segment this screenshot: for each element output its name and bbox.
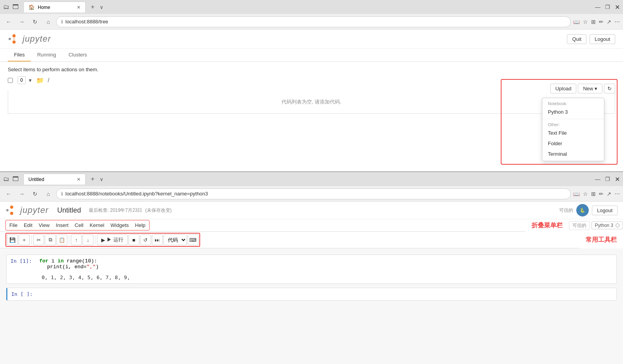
restart-btn[interactable]: ↺ — [140, 234, 151, 245]
jupyter-logo-text-2: jupyter — [20, 205, 49, 215]
refresh-button-2[interactable]: ↻ — [30, 188, 40, 199]
window-controls-1: — ❐ ✕ — [595, 4, 620, 11]
window-controls-2: — ❐ ✕ — [595, 176, 620, 183]
text-file-option[interactable]: Text File — [542, 128, 604, 138]
tab-untitled-close[interactable]: ✕ — [77, 177, 81, 182]
run-btn[interactable]: ▶ ▶ 运行 — [97, 234, 128, 245]
tab-clusters[interactable]: Clusters — [62, 49, 93, 62]
favorites-icon-2[interactable]: ☆ — [583, 191, 588, 197]
share-icon[interactable]: ↗ — [607, 19, 611, 25]
collection-icon-2[interactable]: ⊞ — [591, 191, 596, 197]
refresh-files-button[interactable]: ↻ — [604, 84, 615, 93]
tab-running[interactable]: Running — [31, 49, 62, 62]
cell-1-output: 0, 1, 2, 3, 4, 5, 6, 7, 8, 9, — [7, 273, 616, 283]
select-all-checkbox[interactable] — [8, 78, 13, 83]
new-button[interactable]: New ▾ — [578, 84, 602, 93]
toolbar-annotation: 常用工具栏 — [586, 236, 617, 244]
cell-1-inner: In [1]: for i in range(10): print(i, end… — [7, 255, 616, 273]
tab-dropdown-2[interactable]: ∨ — [100, 176, 104, 182]
cut-btn[interactable]: ✂ — [33, 234, 44, 245]
menu-kernel[interactable]: Kernel — [86, 221, 107, 230]
window-icon-new[interactable]: 🗖 — [12, 4, 19, 11]
logout-button-1[interactable]: Logout — [590, 34, 615, 44]
tab-files[interactable]: Files — [8, 49, 31, 62]
python3-option[interactable]: Python 3 — [542, 107, 604, 117]
jupyter-logo-2: jupyter — [5, 204, 49, 216]
notebook-title[interactable]: Untitled — [57, 206, 81, 215]
browser-window-1: 🗂 🗖 🏠 Home ✕ + ∨ — ❐ ✕ ← → ↻ ⌂ ℹ localho… — [0, 0, 623, 171]
keyboard-btn[interactable]: ⌨ — [188, 234, 199, 245]
menu-help[interactable]: Help — [132, 221, 149, 230]
cell-1-code[interactable]: for i in range(10): print(i, end=",") — [38, 255, 616, 273]
collection-icon[interactable]: ⊞ — [591, 19, 596, 25]
run-icon: ▶ — [101, 237, 105, 243]
cell-2-code[interactable] — [39, 288, 616, 300]
favorites-icon[interactable]: ☆ — [583, 19, 588, 25]
jupyter-logo-svg-2 — [5, 204, 18, 216]
forward-button-2[interactable]: → — [16, 188, 27, 199]
menu-cell[interactable]: Cell — [72, 221, 86, 230]
tab-dropdown-1[interactable]: ∨ — [100, 4, 104, 10]
browser-window-2: 🗂 🗖 Untitled ✕ + ∨ — ❐ ✕ ← → ↻ ⌂ ℹ local… — [0, 171, 623, 364]
cell-2-prompt: In [ ]: — [7, 288, 39, 300]
window-icon-files-2[interactable]: 🗂 — [3, 176, 9, 183]
sort-icon[interactable]: ▾ — [29, 77, 32, 83]
url-text-1: localhost:8888/tree — [65, 19, 108, 25]
notes-icon[interactable]: ✏ — [599, 19, 604, 25]
folder-icon[interactable]: 📁 — [36, 77, 44, 84]
home-button-1[interactable]: ⌂ — [43, 16, 54, 27]
back-button-2[interactable]: ← — [3, 188, 14, 199]
cell-1: In [1]: for i in range(10): print(i, end… — [6, 255, 617, 284]
quit-button-1[interactable]: Quit — [567, 34, 586, 44]
window-icon-files[interactable]: 🗂 — [3, 4, 9, 11]
upload-button[interactable]: Upload — [550, 84, 576, 93]
notebook-header: jupyter Untitled 最后检查: 2019年7月23日 (未保存改变… — [0, 202, 623, 219]
reader-icon[interactable]: 📖 — [573, 19, 580, 25]
folder-option[interactable]: Folder — [542, 138, 604, 149]
minimize-button-2[interactable]: — — [595, 176, 600, 182]
tab-home-close[interactable]: ✕ — [77, 5, 81, 10]
paste-btn[interactable]: 📋 — [56, 234, 67, 245]
address-bar-2[interactable]: ℹ localhost:8888/notebooks/Untitled.ipyn… — [56, 188, 571, 199]
menu-widgets[interactable]: Widgets — [107, 221, 132, 230]
back-button-1[interactable]: ← — [3, 16, 14, 27]
share-icon-2[interactable]: ↗ — [607, 191, 611, 197]
tab-area-1: 🏠 Home ✕ + ∨ — [23, 2, 593, 12]
forward-button-1[interactable]: → — [16, 16, 27, 27]
stop-btn[interactable]: ■ — [128, 234, 139, 245]
kw-in: in — [58, 258, 64, 264]
menu-view[interactable]: View — [35, 221, 53, 230]
tab-untitled[interactable]: Untitled ✕ — [23, 174, 86, 185]
refresh-button-1[interactable]: ↻ — [30, 16, 40, 27]
more-icon-2[interactable]: ⋯ — [614, 191, 620, 197]
reader-icon-2[interactable]: 📖 — [573, 191, 580, 197]
move-up-btn[interactable]: ↑ — [71, 234, 82, 245]
address-bar-1[interactable]: ℹ localhost:8888/tree — [56, 16, 571, 27]
new-tab-button-2[interactable]: + — [87, 174, 98, 185]
tab-home[interactable]: 🏠 Home ✕ — [23, 2, 86, 12]
cell-type-select[interactable]: 代码 — [164, 234, 187, 245]
tab-home-label: Home — [38, 5, 50, 10]
maximize-button-2[interactable]: ❐ — [605, 176, 610, 182]
select-text: Select items to perform actions on them. — [8, 67, 615, 72]
close-button-2[interactable]: ✕ — [615, 176, 620, 183]
close-button-1[interactable]: ✕ — [615, 4, 620, 11]
run-all-btn[interactable]: ⏭ — [152, 234, 163, 245]
new-tab-button-1[interactable]: + — [87, 2, 98, 12]
notes-icon-2[interactable]: ✏ — [599, 191, 604, 197]
more-icon[interactable]: ⋯ — [614, 19, 620, 25]
minimize-button-1[interactable]: — — [595, 4, 600, 10]
add-cell-btn[interactable]: + — [19, 234, 30, 245]
terminal-option[interactable]: Terminal — [542, 149, 604, 159]
toolbar-sep-1 — [31, 235, 32, 244]
menu-insert[interactable]: Insert — [53, 221, 72, 230]
copy-btn[interactable]: ⧉ — [45, 234, 56, 245]
window-icon-new-2[interactable]: 🗖 — [12, 176, 19, 183]
logout-button-2[interactable]: Logout — [592, 206, 618, 215]
move-down-btn[interactable]: ↓ — [83, 234, 93, 245]
home-button-2[interactable]: ⌂ — [43, 188, 54, 199]
menu-file[interactable]: File — [6, 221, 21, 230]
menu-edit[interactable]: Edit — [21, 221, 35, 230]
save-btn[interactable]: 💾 — [7, 234, 18, 245]
maximize-button-1[interactable]: ❐ — [605, 4, 610, 10]
